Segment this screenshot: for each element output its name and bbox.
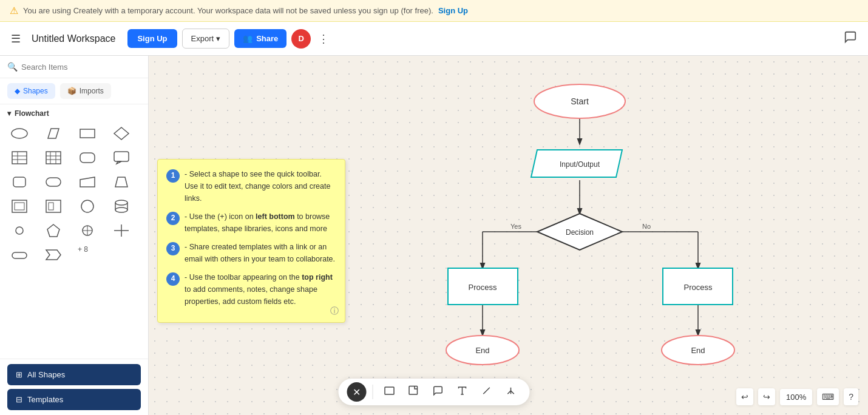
redo-button[interactable]: ↪ (758, 388, 775, 405)
all-shapes-button[interactable]: ⊞ All Shapes (7, 364, 141, 385)
shape-oval[interactable] (7, 123, 32, 144)
shape-diamond[interactable] (109, 123, 134, 144)
more-shapes-label[interactable]: + 8 (75, 244, 107, 266)
flowchart-section-header[interactable]: ▾ Flowchart (7, 109, 141, 118)
shape-grid1[interactable] (7, 147, 32, 169)
canvas[interactable]: 1 - Select a shape to see the quick tool… (149, 56, 868, 415)
svg-rect-4 (12, 152, 27, 164)
undo-button[interactable]: ↩ (736, 388, 753, 405)
shape-rounded-rect[interactable] (75, 147, 100, 169)
search-icon: 🔍 (7, 62, 18, 72)
shape-pentagon[interactable] (41, 220, 66, 241)
shape-chevron[interactable] (41, 244, 66, 266)
search-bar: 🔍 (0, 56, 148, 78)
banner-text: You are using Creately with a temporary … (23, 6, 433, 15)
signup-button[interactable]: Sign Up (127, 29, 177, 48)
note-item-4: 4 - Use the toolbar appearing on the top… (166, 271, 336, 308)
shape-grid2[interactable] (41, 147, 66, 169)
shape-half-frame[interactable] (41, 195, 66, 217)
svg-point-28 (115, 208, 127, 212)
info-icon: ⓘ (330, 304, 339, 317)
svg-rect-13 (80, 153, 95, 163)
svg-text:No: No (642, 223, 651, 230)
comment-button[interactable] (840, 27, 861, 50)
shape-squircle[interactable] (7, 171, 32, 193)
sidebar: 🔍 ◆ Shapes 📦 Imports ▾ Flowchart (0, 56, 149, 415)
text-tool-button[interactable] (452, 383, 473, 402)
keyboard-shortcuts-button[interactable]: ⌨ (817, 388, 839, 405)
menu-button[interactable]: ☰ (7, 29, 24, 49)
svg-text:Yes: Yes (510, 223, 521, 230)
svg-marker-3 (114, 127, 129, 140)
svg-rect-8 (46, 152, 61, 164)
zoom-level: 100% (780, 389, 812, 405)
svg-text:End: End (475, 346, 489, 355)
shape-circle[interactable] (75, 195, 100, 217)
shape-crosshair[interactable] (75, 220, 100, 241)
templates-button[interactable]: ⊟ Templates (7, 389, 141, 410)
svg-rect-2 (80, 129, 95, 138)
grid-icon: ⊞ (16, 370, 22, 379)
svg-marker-30 (47, 224, 59, 237)
chevron-down-icon: ▾ (7, 109, 11, 118)
diamond-icon: ◆ (15, 87, 20, 95)
shape-callout[interactable] (109, 147, 134, 169)
bottom-toolbar: ✕ (339, 379, 530, 405)
shape-trapezoid[interactable] (109, 171, 134, 193)
export-button[interactable]: Export ▾ (182, 29, 230, 49)
svg-marker-18 (80, 177, 95, 187)
notification-banner: ⚠ You are using Creately with a temporar… (0, 0, 868, 22)
svg-text:End: End (691, 346, 705, 355)
shape-box-frame[interactable] (7, 195, 32, 217)
shape-cylinder[interactable] (109, 195, 134, 217)
svg-line-66 (483, 387, 490, 394)
svg-marker-1 (48, 129, 59, 138)
shape-parallelogram[interactable] (41, 123, 66, 144)
search-input[interactable] (21, 62, 141, 72)
line-tool-button[interactable] (476, 383, 497, 402)
svg-rect-36 (12, 252, 27, 258)
workspace-title: Untitled Workspace (32, 33, 115, 44)
svg-text:Process: Process (684, 283, 713, 292)
note-item-1: 1 - Select a shape to see the quick tool… (166, 168, 336, 204)
flowchart-svg: Start Input/Output Decision Yes No Proce… (349, 56, 868, 415)
shape-cross[interactable] (109, 220, 134, 241)
bottom-right-controls: ↩ ↪ 100% ⌨ ? (736, 388, 858, 405)
warning-icon: ⚠ (10, 5, 18, 16)
close-toolbar-button[interactable]: ✕ (347, 382, 367, 402)
svg-point-24 (81, 200, 93, 212)
note-item-3: 3 - Share created templates with a link … (166, 241, 336, 265)
svg-rect-21 (15, 203, 24, 210)
tab-imports[interactable]: 📦 Imports (60, 83, 111, 99)
share-button[interactable]: 👥 Share (234, 29, 287, 48)
shape-rounded-rect2[interactable] (7, 244, 32, 266)
shapes-grid: + 8 (7, 123, 141, 266)
rectangle-tool-button[interactable] (379, 383, 400, 402)
svg-marker-37 (46, 250, 61, 260)
svg-rect-17 (46, 178, 61, 186)
svg-marker-15 (117, 161, 121, 164)
template-icon: ⊟ (16, 395, 22, 404)
svg-marker-19 (115, 177, 127, 187)
shape-rectangle[interactable] (75, 123, 100, 144)
avatar[interactable]: D (291, 29, 311, 49)
chevron-down-icon: ▾ (216, 34, 220, 43)
toolbar-separator (373, 385, 373, 399)
shape-manual-input[interactable] (75, 171, 100, 193)
arrow-tool-button[interactable] (501, 383, 521, 402)
tab-shapes[interactable]: ◆ Shapes (7, 83, 55, 99)
shape-small-circle[interactable] (7, 220, 32, 241)
banner-signup-link[interactable]: Sign Up (438, 6, 468, 15)
svg-rect-63 (409, 386, 418, 394)
sidebar-bottom: ⊞ All Shapes ⊟ Templates (0, 359, 148, 415)
note-tool-button[interactable] (428, 383, 449, 402)
topbar-right (840, 27, 861, 50)
svg-text:Decision: Decision (566, 228, 594, 237)
svg-point-0 (12, 129, 27, 138)
shape-stadium[interactable] (41, 171, 66, 193)
more-options-button[interactable]: ⋮ (316, 30, 331, 48)
shapes-section: ▾ Flowchart (0, 104, 148, 359)
help-button[interactable]: ? (844, 388, 858, 405)
sticky-note-tool-button[interactable] (404, 383, 424, 402)
svg-rect-23 (49, 203, 53, 210)
